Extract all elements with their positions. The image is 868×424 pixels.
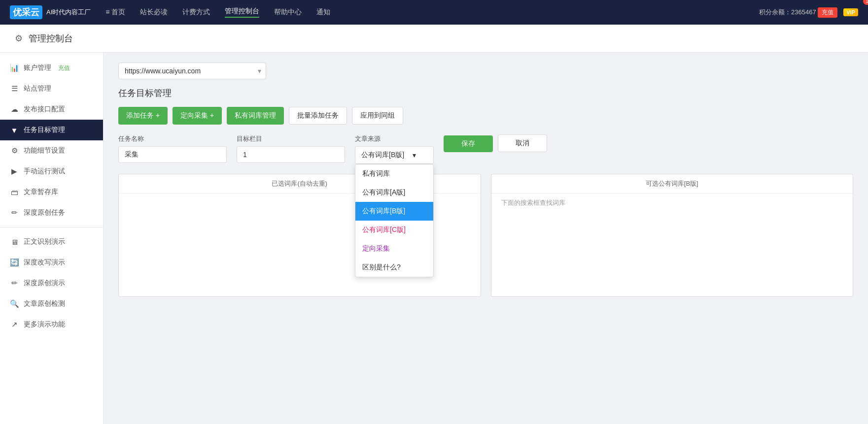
top-nav: 优采云 AI时代内容工厂 ≡ 首页 站长必读 计费方式 管理控制台 帮助中心 通…: [0, 0, 868, 25]
dropdown-diff[interactable]: 区别是什么?: [355, 258, 433, 277]
directed-collect-button[interactable]: 定向采集 +: [173, 107, 222, 125]
source-arrow-icon: ▾: [413, 151, 416, 159]
nav-items: ≡ 首页 站长必读 计费方式 管理控制台 帮助中心 通知 1: [105, 7, 759, 18]
sidebar-item-more-demos[interactable]: ↗ 更多演示功能: [0, 314, 103, 335]
points-display: 积分余额：2365467 充值: [759, 7, 837, 18]
source-group: 文章来源 公有词库[B版] ▾ 私有词库 公有词库[A版] 公有词库[B版] 公…: [355, 134, 434, 164]
dropdown-private[interactable]: 私有词库: [355, 164, 433, 183]
sidebar-divider: [0, 227, 103, 228]
task-name-label: 任务名称: [118, 134, 227, 143]
sidebar-item-draft[interactable]: 🗃 文章暂存库: [0, 182, 103, 202]
task-name-group: 任务名称: [118, 134, 227, 163]
publish-icon: ☁: [10, 105, 19, 114]
target-column-group: 目标栏目: [237, 134, 345, 163]
apply-to-group-button[interactable]: 应用到同组: [352, 107, 403, 125]
library-note: 下面的搜索框查找词库: [496, 194, 570, 211]
nav-help[interactable]: 帮助中心: [274, 8, 302, 17]
draft-icon: 🗃: [10, 188, 19, 196]
nav-dashboard[interactable]: 管理控制台: [225, 7, 259, 18]
sidebar-item-text-demo[interactable]: 🖥 正文识别演示: [0, 231, 103, 252]
main-content: https://www.ucaiyun.com ▾ 任务目标管理 添加任务 + …: [104, 53, 868, 424]
check-icon: 🔍: [10, 299, 19, 308]
dropdown-directed[interactable]: 定向采集: [355, 239, 433, 258]
nav-reading[interactable]: 站长必读: [140, 8, 168, 17]
save-button[interactable]: 保存: [444, 135, 493, 152]
sidebar: 📊 账户管理 充值 ☰ 站点管理 ☁ 发布接口配置 ▼ 任务目标管理 ⚙ 功能细…: [0, 53, 104, 424]
rewrite-icon: 🔄: [10, 258, 19, 267]
target-column-label: 目标栏目: [237, 134, 345, 143]
source-select-button[interactable]: 公有词库[B版] ▾: [355, 146, 434, 164]
nav-pricing[interactable]: 计费方式: [182, 8, 210, 17]
site-selector-container: https://www.ucaiyun.com ▾: [118, 63, 266, 79]
original-icon: ✏: [10, 208, 19, 217]
available-library-content: 下面的搜索框查找词库: [491, 194, 853, 292]
settings-icon: ⚙: [15, 33, 23, 44]
site-select-wrap: https://www.ucaiyun.com ▾: [118, 63, 853, 79]
available-library-panel: 可选公有词库[B版] 下面的搜索框查找词库: [491, 174, 854, 297]
sidebar-item-check[interactable]: 🔍 文章原创检测: [0, 294, 103, 314]
original-demo-icon: ✏: [10, 279, 19, 288]
source-dropdown: 私有词库 公有词库[A版] 公有词库[B版] 公有词库[C版] 定向采集 区别是…: [355, 164, 434, 277]
sidebar-item-publish[interactable]: ☁ 发布接口配置: [0, 99, 103, 120]
dropdown-public-c[interactable]: 公有词库[C版]: [355, 221, 433, 239]
logo-box: 优采云: [10, 5, 42, 19]
more-icon: ↗: [10, 320, 19, 329]
source-selected-text: 公有词库[B版]: [361, 151, 404, 160]
page-header: ⚙ 管理控制台: [0, 25, 868, 53]
sidebar-item-rewrite-demo[interactable]: 🔄 深度改写演示: [0, 252, 103, 273]
sites-icon: ☰: [10, 84, 19, 93]
logo-tagline: AI时代内容工厂: [46, 8, 91, 17]
toolbar: 添加任务 + 定向采集 + 私有词库管理 批量添加任务 应用到同组: [118, 107, 853, 125]
dropdown-public-a[interactable]: 公有词库[A版]: [355, 183, 433, 202]
sidebar-item-account[interactable]: 📊 账户管理 充值: [0, 58, 103, 78]
nav-home[interactable]: ≡ 首页: [105, 8, 125, 17]
sidebar-item-manual-run[interactable]: ▶ 手动运行测试: [0, 161, 103, 182]
source-label: 文章来源: [355, 134, 434, 143]
cancel-button[interactable]: 取消: [498, 134, 547, 152]
section-title: 任务目标管理: [118, 87, 853, 99]
sidebar-item-tasks[interactable]: ▼ 任务目标管理: [0, 120, 103, 140]
batch-add-button[interactable]: 批量添加任务: [289, 107, 347, 125]
recharge-button[interactable]: 充值: [818, 7, 837, 18]
settings-icon-sidebar: ⚙: [10, 146, 19, 155]
library-section: 已选词库(自动去重) 可选公有词库[B版] 下面的搜索框查找词库: [118, 174, 853, 297]
text-demo-icon: 🖥: [10, 238, 19, 246]
vip-badge: VIP: [843, 8, 858, 16]
page-title: 管理控制台: [29, 33, 73, 44]
run-icon: ▶: [10, 167, 19, 176]
nav-right: 积分余额：2365467 充值 VIP: [759, 7, 858, 18]
notification-badge: 1: [863, 0, 868, 5]
available-library-header: 可选公有词库[B版]: [491, 174, 853, 194]
dropdown-public-b[interactable]: 公有词库[B版]: [355, 202, 433, 221]
sidebar-item-deep-original[interactable]: ✏ 深度原创任务: [0, 202, 103, 223]
sidebar-item-original-demo[interactable]: ✏ 深度原创演示: [0, 273, 103, 294]
sidebar-item-sites[interactable]: ☰ 站点管理: [0, 78, 103, 99]
main-layout: 📊 账户管理 充值 ☰ 站点管理 ☁ 发布接口配置 ▼ 任务目标管理 ⚙ 功能细…: [0, 53, 868, 424]
private-library-button[interactable]: 私有词库管理: [227, 107, 284, 125]
form-row: 任务名称 目标栏目 文章来源 公有词库[B版] ▾ 私有词库 公有词库[A: [118, 134, 853, 164]
target-column-input[interactable]: [237, 146, 345, 163]
sidebar-recharge-link[interactable]: 充值: [58, 64, 70, 72]
account-icon: 📊: [10, 64, 19, 72]
nav-notification[interactable]: 通知 1: [316, 8, 330, 17]
task-name-input[interactable]: [118, 146, 227, 163]
tasks-icon: ▼: [10, 126, 19, 134]
sidebar-item-settings[interactable]: ⚙ 功能细节设置: [0, 140, 103, 161]
add-task-button[interactable]: 添加任务 +: [118, 107, 168, 125]
site-select[interactable]: https://www.ucaiyun.com: [118, 63, 266, 79]
logo-area: 优采云 AI时代内容工厂: [10, 5, 91, 19]
form-actions: 保存 取消: [444, 134, 547, 152]
